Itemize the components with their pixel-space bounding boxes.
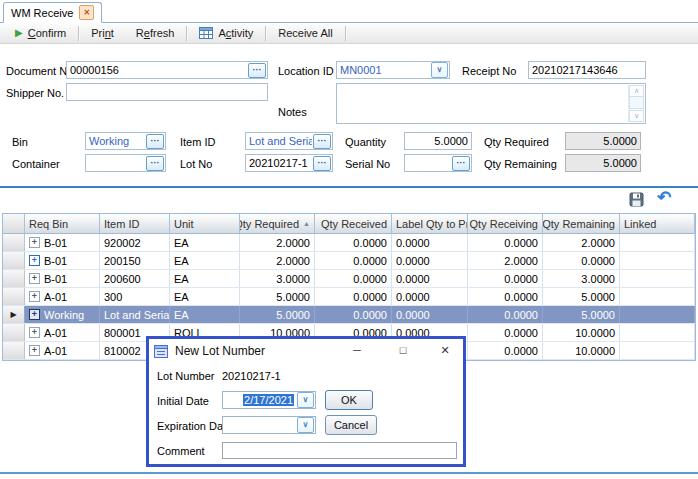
- row-selector[interactable]: [3, 252, 25, 269]
- refresh-button[interactable]: Refresh: [125, 23, 186, 43]
- save-button[interactable]: [627, 190, 645, 208]
- row-selector[interactable]: [3, 288, 25, 305]
- cancel-button[interactable]: Cancel: [325, 415, 377, 435]
- table-row[interactable]: ▶+WorkingLot and Seriali...EA5.00000.000…: [3, 306, 695, 324]
- grid-cell-linked[interactable]: [620, 324, 695, 341]
- grid-cell-qty_remaining[interactable]: 2.0000: [543, 234, 620, 251]
- expiration-date-field[interactable]: ∨: [222, 416, 316, 434]
- grid-cell-qty_received[interactable]: 0.0000: [315, 306, 392, 323]
- undo-button[interactable]: ↶: [655, 188, 673, 206]
- quantity-field[interactable]: 5.0000: [404, 132, 472, 150]
- lot-no-field[interactable]: 20210217-1 ···: [245, 154, 333, 172]
- initial-date-field[interactable]: 2/17/2021 ∨: [222, 391, 316, 409]
- grid-cell-label_qty[interactable]: 0.0000: [392, 252, 468, 269]
- grid-cell-label_qty[interactable]: 0.0000: [392, 288, 468, 305]
- grid-cell-qty_receiving[interactable]: 0.0000: [468, 234, 543, 251]
- grid-cell-req_bin[interactable]: +A-01: [25, 324, 100, 341]
- expand-icon[interactable]: +: [29, 327, 40, 338]
- grid-cell-linked[interactable]: [620, 306, 695, 323]
- scroll-down-icon[interactable]: ∨: [629, 110, 644, 122]
- grid-cell-unit[interactable]: EA: [170, 288, 240, 305]
- browse-icon[interactable]: ···: [313, 156, 331, 171]
- grid-cell-qty_received[interactable]: 0.0000: [315, 270, 392, 287]
- grid-cell-req_bin[interactable]: +A-01: [25, 342, 100, 359]
- grid-header-unit[interactable]: Unit: [170, 214, 240, 233]
- expand-icon[interactable]: +: [29, 291, 40, 302]
- chevron-down-icon[interactable]: ∨: [297, 392, 314, 408]
- grid-cell-qty_remaining[interactable]: 3.0000: [543, 270, 620, 287]
- grid-cell-qty_remaining[interactable]: 0.0000: [543, 252, 620, 269]
- grid-cell-qty_required[interactable]: 5.0000: [240, 306, 315, 323]
- grid-header-qty_received[interactable]: Qty Received: [315, 214, 392, 233]
- activity-button[interactable]: Activity: [188, 23, 264, 43]
- tab-wm-receive[interactable]: WM Receive ✕: [3, 2, 102, 23]
- row-selector[interactable]: [3, 324, 25, 341]
- grid-cell-qty_remaining[interactable]: 10.0000: [543, 342, 620, 359]
- row-selector[interactable]: [3, 270, 25, 287]
- expand-icon[interactable]: +: [29, 273, 40, 284]
- grid-cell-unit[interactable]: EA: [170, 270, 240, 287]
- grid-cell-item_id[interactable]: 920002: [100, 234, 170, 251]
- row-selector[interactable]: ▶: [3, 306, 25, 323]
- notes-scrollbar[interactable]: ∧ ∨: [628, 85, 644, 122]
- scroll-up-icon[interactable]: ∧: [629, 85, 644, 97]
- dialog-titlebar[interactable]: New Lot Number: [149, 339, 463, 363]
- browse-icon[interactable]: ···: [146, 156, 164, 171]
- row-selector[interactable]: [3, 342, 25, 359]
- receive-all-button[interactable]: Receive All: [267, 23, 343, 43]
- table-row[interactable]: +A-01300EA5.00000.00000.00000.00005.0000: [3, 288, 695, 306]
- grid-cell-qty_required[interactable]: 2.0000: [240, 234, 315, 251]
- grid-cell-item_id[interactable]: 300: [100, 288, 170, 305]
- grid-cell-qty_received[interactable]: 0.0000: [315, 252, 392, 269]
- grid-cell-qty_receiving[interactable]: 0.0000: [468, 324, 543, 341]
- grid-cell-label_qty[interactable]: 0.0000: [392, 306, 468, 323]
- browse-icon[interactable]: ···: [452, 156, 470, 171]
- grid-cell-qty_received[interactable]: 0.0000: [315, 288, 392, 305]
- grid-cell-qty_remaining[interactable]: 10.0000: [543, 324, 620, 341]
- browse-icon[interactable]: ···: [313, 134, 331, 149]
- grid-cell-linked[interactable]: [620, 342, 695, 359]
- maximize-button[interactable]: □: [393, 341, 413, 359]
- grid-header-qty_receiving[interactable]: Qty Receiving: [468, 214, 543, 233]
- grid-cell-item_id[interactable]: 200150: [100, 252, 170, 269]
- location-id-combo[interactable]: MN0001 ∨: [336, 61, 450, 79]
- item-id-combo[interactable]: Lot and Serializ ···: [245, 132, 333, 150]
- grid-cell-linked[interactable]: [620, 252, 695, 269]
- grid-cell-unit[interactable]: EA: [170, 306, 240, 323]
- expand-icon[interactable]: +: [29, 255, 40, 266]
- grid-cell-unit[interactable]: EA: [170, 252, 240, 269]
- grid-cell-qty_receiving[interactable]: 2.0000: [468, 252, 543, 269]
- grid-cell-req_bin[interactable]: +B-01: [25, 234, 100, 251]
- grid-header-qty_remaining[interactable]: Qty Remaining: [543, 214, 620, 233]
- browse-icon[interactable]: ···: [146, 134, 164, 149]
- grid-cell-qty_required[interactable]: 3.0000: [240, 270, 315, 287]
- receipt-no-field[interactable]: 20210217143646: [528, 61, 646, 79]
- grid-cell-req_bin[interactable]: +B-01: [25, 270, 100, 287]
- grid-cell-item_id[interactable]: Lot and Seriali...: [100, 306, 170, 323]
- grid-cell-req_bin[interactable]: +Working: [25, 306, 100, 323]
- close-button[interactable]: ✕: [435, 341, 455, 359]
- table-row[interactable]: +B-01200150EA2.00000.00000.00002.00000.0…: [3, 252, 695, 270]
- print-button[interactable]: Print: [80, 23, 125, 43]
- grid-cell-linked[interactable]: [620, 270, 695, 287]
- grid-cell-req_bin[interactable]: +B-01: [25, 252, 100, 269]
- bin-combo[interactable]: Working ···: [85, 132, 166, 150]
- browse-icon[interactable]: ···: [248, 63, 266, 78]
- grid-cell-qty_received[interactable]: 0.0000: [315, 234, 392, 251]
- grid-header-qty_required[interactable]: Qty Required▲: [240, 214, 315, 233]
- grid-header-item_id[interactable]: Item ID: [100, 214, 170, 233]
- grid-cell-qty_required[interactable]: 5.0000: [240, 288, 315, 305]
- chevron-down-icon[interactable]: ∨: [297, 417, 314, 433]
- grid-header-label_qty[interactable]: Label Qty to Pr...: [392, 214, 468, 233]
- grid-cell-label_qty[interactable]: 0.0000: [392, 270, 468, 287]
- container-combo[interactable]: ···: [85, 154, 166, 172]
- serial-no-field[interactable]: ···: [404, 154, 472, 172]
- row-selector[interactable]: [3, 234, 25, 251]
- grid-header-linked[interactable]: Linked: [620, 214, 695, 233]
- shipper-no-field[interactable]: [66, 83, 268, 101]
- grid-cell-qty_receiving[interactable]: 0.0000: [468, 288, 543, 305]
- ok-button[interactable]: OK: [325, 390, 373, 410]
- grid-cell-qty_remaining[interactable]: 5.0000: [543, 306, 620, 323]
- grid-cell-unit[interactable]: EA: [170, 234, 240, 251]
- grid-cell-req_bin[interactable]: +A-01: [25, 288, 100, 305]
